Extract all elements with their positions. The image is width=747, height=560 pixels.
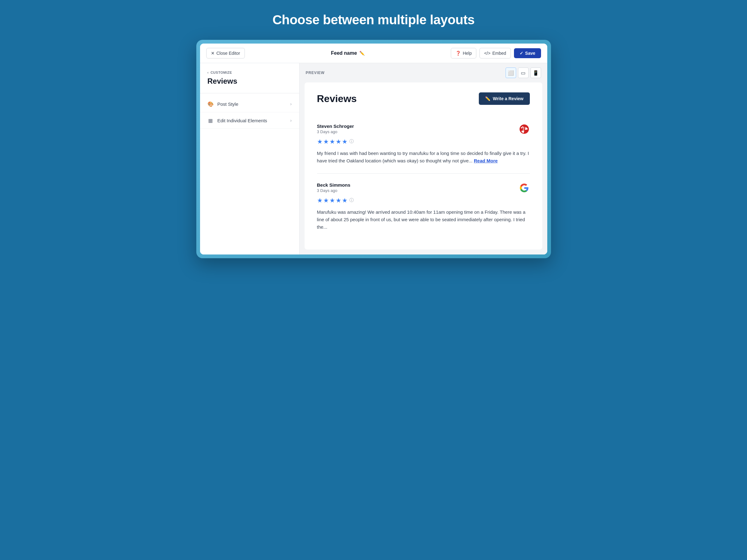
reviewer-1-name: Steven Schroger: [317, 124, 519, 129]
sidebar-back: ‹ CUSTOMIZE: [200, 71, 299, 77]
sidebar-divider: [200, 93, 299, 93]
sidebar-item-edit-elements-left: ▦ Edit Individual Elements: [207, 117, 267, 124]
editor-inner: ✕ Close Editor Feed name ✏️ ❓ Help </> E…: [200, 44, 547, 254]
topbar-right: ❓ Help </> Embed ✓ Save: [451, 48, 541, 58]
close-icon: ✕: [211, 51, 215, 56]
write-review-label: Write a Review: [493, 96, 524, 101]
editor-container: ✕ Close Editor Feed name ✏️ ❓ Help </> E…: [196, 40, 551, 258]
mobile-view-button[interactable]: 📱: [531, 68, 541, 78]
review-1-stars-row: ★ ★ ★ ★ ★ ⓘ: [317, 138, 530, 145]
preview-header: PREVIEW ⬜ ▭ 📱: [300, 63, 547, 82]
star-5: ★: [342, 197, 347, 204]
embed-icon: </>: [484, 51, 490, 56]
palette-icon: 🎨: [207, 101, 214, 107]
preview-label: PREVIEW: [306, 71, 325, 75]
review-2-stars: ★ ★ ★ ★ ★: [317, 197, 347, 204]
star-1: ★: [317, 197, 323, 204]
feed-title: Reviews: [317, 93, 357, 104]
embed-button[interactable]: </> Embed: [480, 48, 511, 58]
feed-header: Reviews ✏️ Write a Review: [317, 93, 530, 105]
help-label: Help: [463, 51, 472, 56]
tablet-icon: ▭: [521, 70, 525, 76]
post-style-label: Post Style: [217, 101, 239, 107]
star-2: ★: [323, 138, 329, 145]
review-1-info-icon[interactable]: ⓘ: [350, 139, 354, 144]
review-item-1: Steven Schroger 3 Days ago ★ ★ ★: [317, 115, 530, 174]
reviewer-2-name: Beck Simmons: [317, 182, 519, 187]
reviewer-1-info: Steven Schroger 3 Days ago: [317, 124, 519, 134]
close-editor-label: Close Editor: [216, 51, 240, 56]
reviewer-2-info: Beck Simmons 3 Days ago: [317, 182, 519, 193]
preview-area: PREVIEW ⬜ ▭ 📱: [300, 63, 547, 254]
embed-label: Embed: [492, 51, 506, 56]
save-button[interactable]: ✓ Save: [514, 48, 541, 58]
star-4: ★: [336, 197, 341, 204]
checkmark-icon: ✓: [520, 51, 523, 56]
star-1: ★: [317, 138, 323, 145]
sidebar-item-post-style-left: 🎨 Post Style: [207, 101, 239, 107]
review-2-stars-row: ★ ★ ★ ★ ★ ⓘ: [317, 197, 530, 204]
back-chevron-icon: ‹: [207, 71, 209, 74]
sidebar-item-post-style[interactable]: 🎨 Post Style ›: [200, 96, 299, 112]
yelp-source-icon: [519, 124, 530, 135]
editor-body: ‹ CUSTOMIZE Reviews 🎨 Post Style › ▦ Edi…: [200, 63, 547, 254]
google-source-icon: [519, 182, 530, 194]
star-4: ★: [336, 138, 341, 145]
help-icon: ❓: [456, 51, 461, 56]
read-more-link-1[interactable]: Read More: [474, 158, 498, 163]
edit-individual-label: Edit Individual Elements: [217, 118, 267, 123]
star-2: ★: [323, 197, 329, 204]
star-3: ★: [330, 138, 335, 145]
table-icon: ▦: [207, 117, 214, 124]
sidebar-title: Reviews: [200, 77, 299, 93]
feed-name-area: Feed name ✏️: [331, 50, 365, 56]
help-button[interactable]: ❓ Help: [451, 48, 476, 58]
star-5: ★: [342, 138, 347, 145]
desktop-icon: ⬜: [508, 70, 514, 76]
yelp-logo: [519, 124, 529, 134]
edit-elements-chevron-icon: ›: [290, 118, 292, 123]
preview-controls: ⬜ ▭ 📱: [506, 68, 541, 78]
sidebar-item-edit-elements[interactable]: ▦ Edit Individual Elements ›: [200, 112, 299, 129]
topbar: ✕ Close Editor Feed name ✏️ ❓ Help </> E…: [200, 44, 547, 63]
sidebar: ‹ CUSTOMIZE Reviews 🎨 Post Style › ▦ Edi…: [200, 63, 300, 254]
feed-name-text: Feed name: [331, 50, 357, 56]
mobile-icon: 📱: [533, 70, 539, 76]
review-2-date: 3 Days ago: [317, 188, 519, 193]
review-feed: Reviews ✏️ Write a Review Steven Schroge…: [305, 82, 542, 250]
review-2-info-icon[interactable]: ⓘ: [350, 198, 354, 203]
edit-feed-name-icon[interactable]: ✏️: [359, 51, 365, 56]
review-item-2: Beck Simmons 3 Days ago: [317, 174, 530, 239]
star-3: ★: [330, 197, 335, 204]
save-label: Save: [525, 51, 536, 56]
review-2-meta: Beck Simmons 3 Days ago: [317, 182, 530, 194]
desktop-view-button[interactable]: ⬜: [506, 68, 516, 78]
page-title: Choose between multiple layouts: [273, 12, 475, 27]
review-2-text: Marufuku was amazing! We arrived around …: [317, 208, 530, 231]
write-review-button[interactable]: ✏️ Write a Review: [479, 93, 530, 105]
customize-label: CUSTOMIZE: [211, 71, 232, 74]
google-logo: [520, 183, 529, 192]
close-editor-button[interactable]: ✕ Close Editor: [206, 48, 245, 58]
post-style-chevron-icon: ›: [290, 101, 292, 106]
review-1-stars: ★ ★ ★ ★ ★: [317, 138, 347, 145]
pencil-icon: ✏️: [485, 96, 490, 101]
tablet-view-button[interactable]: ▭: [518, 68, 529, 78]
review-1-meta: Steven Schroger 3 Days ago: [317, 124, 530, 135]
review-1-text: My friend I was with had been wanting to…: [317, 150, 530, 164]
review-1-date: 3 Days ago: [317, 129, 519, 134]
